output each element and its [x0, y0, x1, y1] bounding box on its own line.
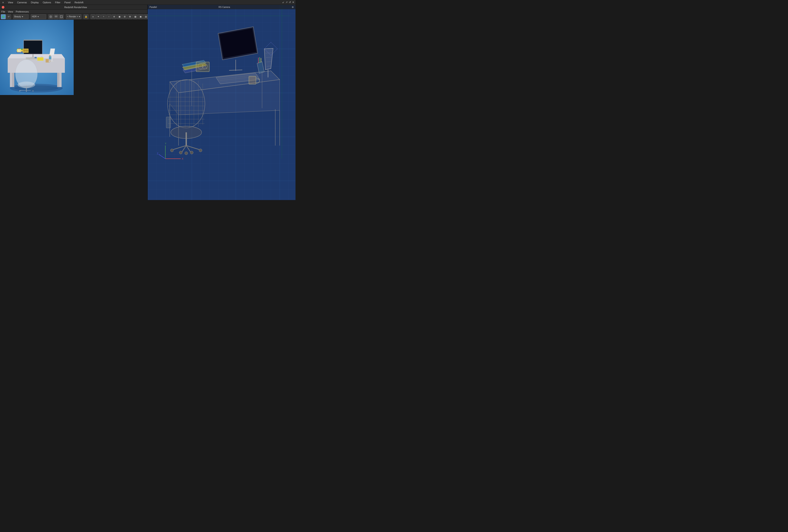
- tool-3[interactable]: ✧: [101, 14, 106, 19]
- svg-point-51: [19, 90, 20, 92]
- hdr-dropdown[interactable]: HDR ▾: [31, 14, 46, 19]
- svg-point-123: [199, 149, 202, 152]
- win-ctrl-1[interactable]: ↙: [282, 1, 284, 4]
- svg-rect-5: [55, 15, 57, 16]
- win-ctrl-2[interactable]: ↗: [285, 1, 288, 4]
- tool-8[interactable]: ✿: [127, 14, 132, 19]
- svg-text:X: X: [182, 158, 183, 160]
- menu-icon[interactable]: ≡: [1, 1, 5, 4]
- svg-point-52: [26, 91, 27, 92]
- render-menu-prefs[interactable]: Preferences: [16, 10, 28, 13]
- menu-panel[interactable]: Panel: [63, 1, 72, 4]
- tool-1[interactable]: ⚹: [91, 14, 95, 19]
- window-title: Redshift RenderView: [6, 6, 145, 8]
- svg-point-39: [26, 50, 28, 52]
- svg-point-122: [171, 149, 174, 152]
- render-menu-view[interactable]: View: [8, 10, 13, 13]
- svg-rect-28: [52, 55, 52, 62]
- svg-point-36: [19, 48, 20, 49]
- title-bar: Redshift RenderView: [0, 5, 147, 10]
- svg-rect-97: [196, 62, 209, 72]
- render-menu-file[interactable]: File: [1, 10, 5, 13]
- svg-point-38: [24, 50, 26, 52]
- svg-rect-21: [24, 40, 42, 41]
- svg-line-8: [61, 16, 62, 17]
- toolbar-render-btn[interactable]: [1, 14, 6, 19]
- menu-view[interactable]: View: [7, 1, 14, 4]
- c4d-menubar: ≡ View Cameras Display Options Filter Pa…: [0, 0, 296, 5]
- render-toolbar: ↺ Beauty ▾ HDR ▾ < Re: [0, 14, 147, 20]
- tool-2[interactable]: ✦: [96, 14, 101, 19]
- crop-btn[interactable]: [59, 14, 64, 19]
- svg-rect-4: [51, 17, 52, 18]
- window-controls: ↙ ↗ ↺ ✕: [282, 1, 294, 4]
- grid-btn-1[interactable]: [48, 14, 53, 19]
- win-ctrl-4[interactable]: ✕: [292, 1, 294, 4]
- svg-rect-16: [57, 73, 59, 87]
- tool-9[interactable]: ▦: [133, 14, 138, 19]
- svg-point-124: [179, 151, 182, 154]
- viewport-3d-container: X Y Z Parallel RS Camera ⚙ Grid Spacing:…: [148, 5, 296, 200]
- svg-rect-6: [55, 17, 57, 17]
- svg-rect-55: [37, 57, 43, 61]
- svg-text:Z: Z: [157, 152, 158, 155]
- svg-rect-1: [50, 15, 51, 17]
- render-menubar: File View Preferences: [0, 10, 147, 14]
- tool-11[interactable]: ▤: [143, 14, 148, 19]
- svg-rect-3: [50, 17, 51, 18]
- viewport-right-label: RS Camera: [219, 6, 230, 8]
- svg-rect-15: [12, 73, 14, 87]
- tool-5[interactable]: ⊕: [112, 14, 117, 19]
- beauty-dropdown[interactable]: Beauty ▾: [13, 14, 28, 19]
- menu-cameras[interactable]: Cameras: [16, 1, 28, 4]
- toolbar-refresh-btn[interactable]: ↺: [6, 14, 11, 19]
- menu-options[interactable]: Options: [42, 1, 52, 4]
- svg-point-126: [185, 152, 188, 155]
- grid-btn-2[interactable]: [54, 14, 58, 19]
- svg-rect-13: [10, 73, 12, 87]
- svg-rect-29: [50, 61, 54, 62]
- render-scene-svg: [0, 20, 74, 95]
- viewport-left-label: Parallel: [150, 6, 157, 8]
- menu-redshift[interactable]: Redshift: [74, 1, 84, 4]
- svg-rect-59: [35, 57, 37, 58]
- scene-3d: X Y Z Parallel RS Camera ⚙ Grid Spacing:…: [148, 5, 296, 200]
- render-view: [0, 20, 74, 95]
- svg-rect-115: [166, 117, 171, 128]
- lock-btn[interactable]: 🔒: [83, 14, 88, 19]
- svg-text:Y: Y: [165, 142, 166, 145]
- render-dropdown[interactable]: < Render > ▾: [66, 14, 81, 19]
- svg-rect-17: [33, 54, 34, 57]
- menu-filter[interactable]: Filter: [54, 1, 61, 4]
- viewport-topbar: Parallel RS Camera ⚙: [148, 5, 296, 9]
- svg-point-125: [190, 151, 193, 154]
- svg-rect-40: [46, 59, 49, 63]
- grid-svg: X Y Z: [148, 5, 296, 200]
- viewport-gear[interactable]: ⚙: [292, 6, 294, 8]
- close-button[interactable]: [2, 6, 4, 8]
- menu-display[interactable]: Display: [30, 1, 40, 4]
- tool-6[interactable]: ▣: [117, 14, 122, 19]
- svg-rect-96: [249, 76, 256, 84]
- svg-rect-41: [49, 56, 52, 59]
- win-ctrl-3[interactable]: ↺: [289, 1, 291, 4]
- tool-7[interactable]: ⊞: [122, 14, 127, 19]
- svg-point-0: [2, 15, 5, 18]
- svg-point-54: [14, 85, 58, 91]
- svg-rect-14: [59, 73, 62, 87]
- tool-4[interactable]: ○: [106, 14, 111, 19]
- tool-10[interactable]: ▣: [138, 14, 143, 19]
- svg-rect-2: [51, 15, 52, 17]
